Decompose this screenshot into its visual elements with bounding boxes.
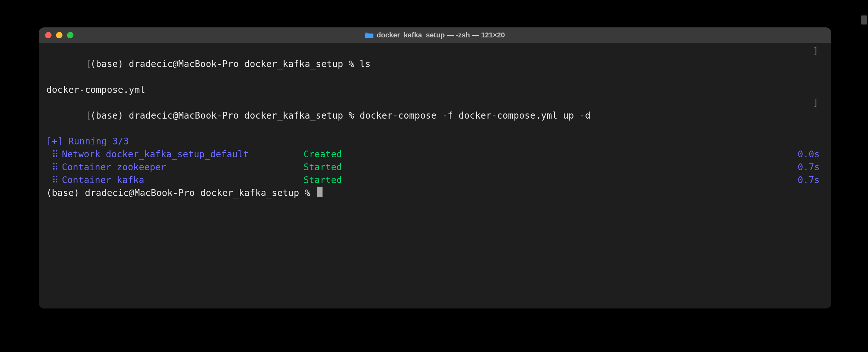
status-row: ⠿ Container kafka Started 0.7s — [42, 174, 828, 187]
line-indent — [42, 135, 46, 148]
traffic-lights — [39, 32, 73, 38]
status-time: 0.7s — [798, 174, 828, 187]
status-text: Started — [304, 174, 798, 187]
status-label: Network docker_kafka_setup_default — [62, 148, 304, 161]
status-label: Container kafka — [62, 174, 304, 187]
terminal-line: (base) dradecic@MacBook-Pro docker_kafka… — [42, 187, 828, 200]
command-text: docker-compose -f docker-compose.yml up … — [360, 110, 590, 121]
status-time: 0.0s — [798, 148, 828, 161]
titlebar[interactable]: docker_kafka_setup — -zsh — 121×20 — [39, 27, 831, 43]
line-indent — [42, 187, 46, 200]
terminal-line: [(base) dradecic@MacBook-Pro docker_kafk… — [42, 96, 828, 135]
running-header: [+] Running 3/3 — [46, 135, 129, 148]
status-text: Started — [304, 161, 798, 174]
line-indent — [42, 84, 46, 96]
terminal-line: docker-compose.yml — [42, 84, 828, 96]
folder-icon — [365, 32, 373, 38]
prompt-text: (base) dradecic@MacBook-Pro docker_kafka… — [46, 187, 316, 200]
terminal-line: [(base) dradecic@MacBook-Pro docker_kafk… — [42, 45, 828, 84]
bracket-open: [ — [86, 109, 90, 122]
line-indent — [42, 161, 46, 174]
progress-icon: ⠿ — [46, 161, 62, 174]
terminal-line: [+] Running 3/3 — [42, 135, 828, 148]
command-text: ls — [360, 59, 371, 69]
bracket-close: ] — [813, 45, 828, 84]
bracket-close: ] — [813, 96, 828, 135]
cursor-icon — [317, 187, 322, 197]
bracket-open: [ — [86, 58, 90, 70]
terminal-window: docker_kafka_setup — -zsh — 121×20 [(bas… — [39, 27, 831, 309]
progress-icon: ⠿ — [46, 174, 62, 187]
progress-icon: ⠿ — [46, 148, 62, 161]
output-text: docker-compose.yml — [46, 84, 145, 96]
status-row: ⠿ Container zookeeper Started 0.7s — [42, 161, 828, 174]
prompt-text: (base) dradecic@MacBook-Pro docker_kafka… — [90, 110, 360, 121]
maximize-icon[interactable] — [67, 32, 73, 38]
minimize-icon[interactable] — [56, 32, 63, 38]
terminal-body[interactable]: [(base) dradecic@MacBook-Pro docker_kafk… — [39, 43, 831, 309]
status-text: Created — [304, 148, 798, 161]
window-title: docker_kafka_setup — -zsh — 121×20 — [365, 31, 505, 39]
window-title-text: docker_kafka_setup — -zsh — 121×20 — [377, 31, 505, 39]
line-indent — [42, 148, 46, 161]
close-icon[interactable] — [45, 32, 52, 38]
status-label: Container zookeeper — [62, 161, 304, 174]
prompt-text: (base) dradecic@MacBook-Pro docker_kafka… — [90, 59, 360, 69]
status-row: ⠿ Network docker_kafka_setup_default Cre… — [42, 148, 828, 161]
line-indent — [42, 174, 46, 187]
status-time: 0.7s — [798, 161, 828, 174]
